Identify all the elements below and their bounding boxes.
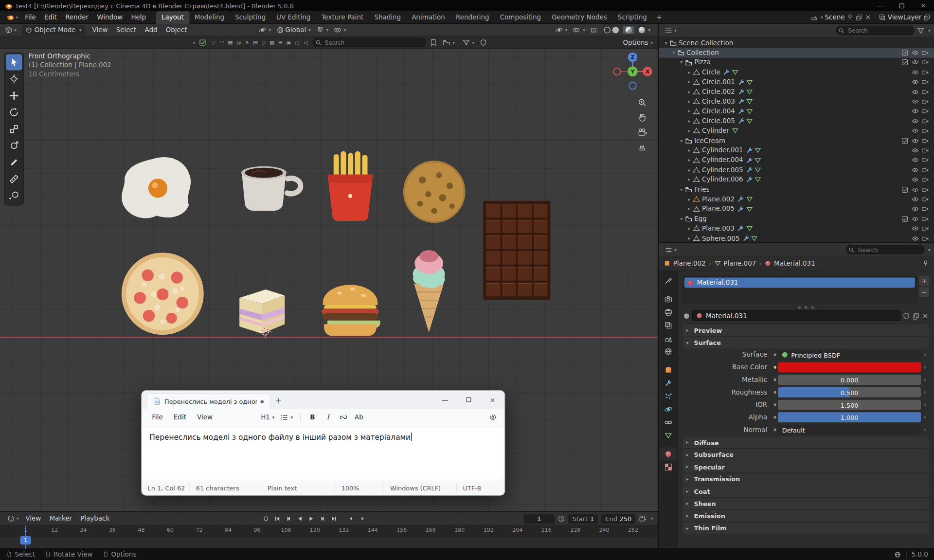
- funnel-icon[interactable]: [917, 26, 925, 34]
- close-icon[interactable]: [864, 14, 872, 21]
- object-type-filter-icon[interactable]: ▽: [210, 39, 217, 45]
- viewport-canvas[interactable]: Front Orthographic (1) Collection | Plan…: [0, 49, 658, 511]
- object-type-filter-icon[interactable]: ▦: [227, 39, 234, 45]
- properties-search-input[interactable]: [846, 245, 925, 254]
- outliner-row[interactable]: ▸Circle.002: [659, 87, 934, 97]
- notepad-menu-file[interactable]: File: [146, 412, 168, 423]
- shading-wireframe-button[interactable]: [604, 26, 611, 33]
- zoom-icon[interactable]: [637, 98, 647, 108]
- expand-arrow-icon[interactable]: ▸: [685, 206, 693, 212]
- outliner-row[interactable]: ▸Sphere.005: [659, 234, 934, 242]
- pan-hand-icon[interactable]: [637, 112, 647, 122]
- close-button[interactable]: ×: [913, 0, 934, 11]
- collection-filter-button[interactable]: ▾: [441, 37, 457, 48]
- object-type-filter-icon[interactable]: a: [244, 39, 251, 45]
- add-primitive-tool[interactable]: [6, 188, 22, 204]
- object-type-filter-icon[interactable]: ○: [293, 39, 301, 45]
- property-slider-roughness[interactable]: 0.500: [778, 387, 921, 397]
- timeline-menu-marker[interactable]: Marker: [45, 514, 76, 524]
- previous-keyframe-button[interactable]: [284, 514, 294, 524]
- italic-button[interactable]: I: [321, 411, 335, 424]
- properties-tab-object-data[interactable]: [660, 429, 676, 442]
- decorator-dot-icon[interactable]: [921, 391, 929, 394]
- workspace-tab-texture-paint[interactable]: Texture Paint: [316, 11, 369, 24]
- fake-user-shield-icon[interactable]: [902, 312, 910, 320]
- decorator-dot-icon[interactable]: [921, 379, 929, 381]
- properties-tab-object[interactable]: [660, 363, 676, 377]
- breadcrumb-item[interactable]: Plane.002: [664, 259, 706, 267]
- timeline-menu-playback[interactable]: Playback: [76, 514, 114, 524]
- breadcrumb-item[interactable]: Material.031: [764, 259, 815, 267]
- notepad-close-button[interactable]: ×: [481, 391, 504, 409]
- cursor-tool[interactable]: [6, 71, 22, 87]
- property-slider-alpha[interactable]: 1.000: [778, 412, 921, 422]
- panel-subsurface[interactable]: ▸Subsurface: [683, 449, 929, 460]
- outliner-row[interactable]: ▸Circle.004: [659, 107, 934, 116]
- workspace-tab-sculpting[interactable]: Sculpting: [230, 11, 271, 24]
- panel-thin-film[interactable]: ▸Thin Film: [683, 522, 929, 533]
- model-fries[interactable]: [323, 151, 378, 221]
- browse-material-icon[interactable]: [683, 312, 690, 320]
- expand-arrow-icon[interactable]: ▸: [685, 79, 693, 85]
- outliner-row[interactable]: ▾Pizza: [659, 58, 934, 68]
- notepad-tab[interactable]: Перенеслись моделі з одного фаі ●: [146, 393, 270, 409]
- object-type-filter-icon[interactable]: ◉: [285, 39, 292, 45]
- object-type-filter-icon[interactable]: ▤: [252, 39, 259, 45]
- panel-diffuse[interactable]: ▸Diffuse: [683, 437, 929, 448]
- viewlayer-selector[interactable]: ViewLayer: [879, 14, 930, 21]
- menu-window[interactable]: Window: [93, 12, 127, 22]
- shading-material-button[interactable]: [626, 26, 632, 33]
- move-tool[interactable]: [6, 88, 22, 104]
- notepad-titlebar[interactable]: Перенеслись моделі з одного фаі ● + — ×: [142, 391, 504, 409]
- notepad-maximize-button[interactable]: [457, 391, 481, 409]
- transform-tool[interactable]: [6, 138, 22, 154]
- model-cookie[interactable]: [402, 160, 467, 224]
- workspace-tab-scripting[interactable]: Scripting: [612, 11, 652, 24]
- menu-edit[interactable]: Edit: [40, 12, 61, 22]
- keyframe-dot-icon[interactable]: [772, 366, 778, 369]
- expand-arrow-icon[interactable]: ▾: [678, 60, 685, 65]
- bookmark-icon[interactable]: [430, 38, 437, 46]
- expand-arrow-icon[interactable]: ▸: [685, 128, 693, 134]
- object-type-filter-icon[interactable]: ◁: [302, 39, 309, 45]
- copy-icon[interactable]: [923, 14, 931, 21]
- playhead-frame-label[interactable]: 1: [20, 536, 31, 544]
- proportional-editing-button[interactable]: ▾: [332, 25, 348, 35]
- panel-specular[interactable]: ▸Specular: [683, 461, 929, 472]
- expand-arrow-icon[interactable]: ▾: [678, 138, 685, 144]
- keyframe-dot-icon[interactable]: [772, 416, 778, 419]
- properties-tab-texture[interactable]: [660, 461, 676, 474]
- step-forward-button[interactable]: [358, 514, 368, 524]
- mode-selector[interactable]: Object Mode▾: [22, 25, 85, 35]
- decorator-dot-icon[interactable]: [921, 416, 929, 419]
- workspace-tab-rendering[interactable]: Rendering: [450, 11, 495, 24]
- copy-icon[interactable]: [856, 14, 863, 21]
- panel-surface[interactable]: ▾Surface: [683, 337, 929, 348]
- expand-arrow-icon[interactable]: ▸: [685, 235, 693, 241]
- timeline-editor-type-button[interactable]: ▾: [5, 515, 21, 523]
- properties-tab-material[interactable]: [660, 448, 676, 461]
- properties-tab-scene[interactable]: [660, 332, 676, 345]
- expand-arrow-icon[interactable]: ▾: [678, 187, 685, 192]
- object-type-filter-icon[interactable]: ▩: [269, 39, 276, 45]
- outliner-row[interactable]: ▾IceCream: [659, 136, 934, 145]
- measure-tool[interactable]: [6, 171, 22, 187]
- object-type-filter-icon[interactable]: ◎: [235, 39, 242, 45]
- settings-button[interactable]: [485, 411, 500, 424]
- object-type-filter-icon[interactable]: ◇: [260, 39, 268, 45]
- outliner-row[interactable]: ▾Collection: [659, 48, 934, 57]
- add-material-slot-button[interactable]: +: [919, 276, 929, 286]
- expand-arrow-icon[interactable]: ▸: [685, 89, 693, 94]
- step-back-button[interactable]: [346, 514, 356, 524]
- expand-arrow-icon[interactable]: ▸: [685, 70, 693, 75]
- model-chocolate-bar[interactable]: [483, 201, 550, 300]
- keyframe-dot-icon[interactable]: [772, 379, 778, 381]
- timeline-track[interactable]: [0, 537, 658, 548]
- new-tab-button[interactable]: +: [270, 392, 286, 408]
- outliner-row[interactable]: ▸Plane.003: [659, 224, 934, 234]
- outliner-row[interactable]: ▸Circle.003: [659, 97, 934, 107]
- notepad-minimize-button[interactable]: —: [433, 391, 457, 409]
- workspace-tab-uv-editing[interactable]: UV Editing: [271, 11, 316, 24]
- base-color-swatch[interactable]: [778, 362, 921, 372]
- workspace-tab-compositing[interactable]: Compositing: [495, 11, 546, 24]
